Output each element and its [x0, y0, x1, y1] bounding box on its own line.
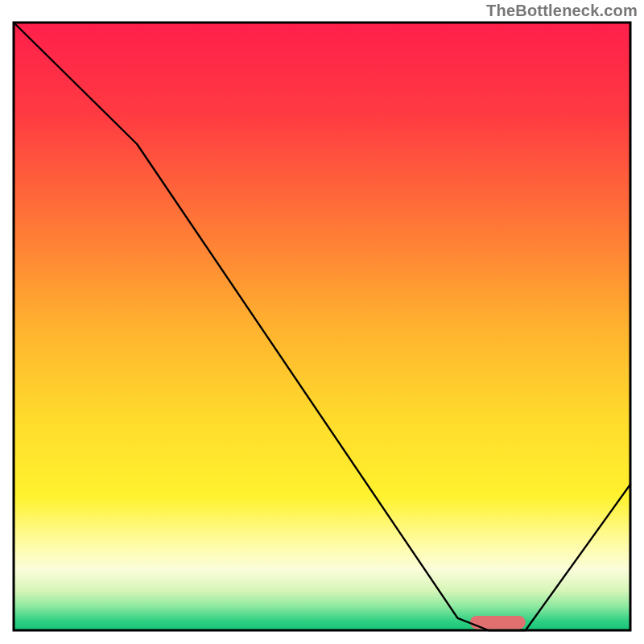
bottleneck-chart	[0, 0, 644, 644]
